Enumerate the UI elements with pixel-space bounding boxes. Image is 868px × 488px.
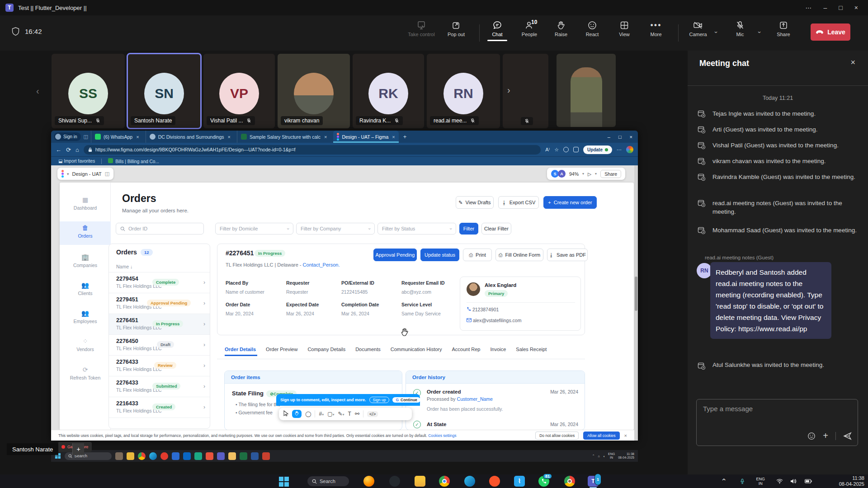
sidebar-item-orders[interactable]: 🗑Orders: [60, 224, 111, 239]
new-tab-icon[interactable]: +: [401, 133, 409, 140]
url-field[interactable]: https://www.figma.com/design/9BKQ0FOHRWa…: [84, 145, 541, 155]
window-close-icon[interactable]: ×: [854, 4, 858, 11]
create-new-order-button[interactable]: + Create new order: [543, 196, 597, 209]
excel-icon[interactable]: [240, 452, 247, 460]
order-row[interactable]: 2276433TL Flex Holdings LLC Review›: [109, 355, 210, 376]
row-chevron-icon[interactable]: ›: [203, 321, 205, 327]
contact-phone[interactable]: 2123874901: [467, 307, 499, 312]
sidebar-item-companies[interactable]: 🏢Companies: [60, 253, 111, 268]
row-chevron-icon[interactable]: ›: [203, 383, 205, 389]
order-id-search-input[interactable]: Order ID: [116, 223, 204, 235]
tab-close-icon[interactable]: ×: [228, 134, 231, 140]
people-button[interactable]: 10 People: [515, 21, 544, 37]
filmstrip-next-icon[interactable]: ›: [507, 85, 510, 95]
home-icon[interactable]: ⌂: [75, 146, 79, 153]
row-chevron-icon[interactable]: ›: [203, 362, 205, 369]
save-as-pdf-button[interactable]: ⭳ Save as PDF: [547, 249, 588, 261]
favorite-star-icon[interactable]: ☆: [554, 147, 559, 153]
taskbar-search[interactable]: Search: [307, 476, 349, 486]
window-more-icon[interactable]: ⋯: [806, 4, 812, 11]
actions-tool-icon[interactable]: ⚯: [355, 411, 359, 417]
filmstrip-prev-icon[interactable]: ‹: [36, 86, 39, 96]
emoji-icon[interactable]: [807, 432, 816, 440]
zoom-level[interactable]: 94%: [569, 171, 579, 177]
tab-close-icon[interactable]: ×: [136, 134, 139, 140]
sidebar-item-vendors[interactable]: ⁘Vendors: [60, 338, 111, 352]
send-icon[interactable]: [843, 432, 852, 440]
extension-icon[interactable]: [573, 147, 579, 152]
tray-chevron-icon[interactable]: ⌃: [592, 454, 595, 458]
pdf-icon[interactable]: [262, 452, 270, 460]
view-drafts-button[interactable]: ✎ View Drafts: [456, 196, 494, 209]
edge-icon[interactable]: [149, 452, 157, 460]
edge-profile-icon[interactable]: [626, 146, 633, 153]
view-button[interactable]: View: [610, 21, 639, 37]
tab-sales-receipt[interactable]: Sales Receipt: [516, 347, 547, 352]
present-chevron-icon[interactable]: ▾: [595, 172, 597, 176]
participant-tile[interactable]: RN read.ai mee...: [427, 54, 500, 128]
read-aloud-icon[interactable]: A⁾: [545, 147, 550, 153]
app-icon[interactable]: [160, 452, 168, 460]
cookie-settings-link[interactable]: Cookies settings: [428, 433, 456, 438]
whatsapp-icon[interactable]: 81: [538, 476, 549, 487]
import-favorites-link[interactable]: ⬓ Import favorites: [58, 159, 95, 164]
text-tool-icon[interactable]: T: [348, 411, 351, 417]
row-chevron-icon[interactable]: ›: [203, 342, 205, 348]
participant-tile-video[interactable]: vikram chavan: [278, 54, 350, 128]
app-icon[interactable]: [115, 452, 123, 460]
row-chevron-icon[interactable]: ›: [203, 404, 205, 410]
column-header-name[interactable]: Name ↓: [116, 264, 132, 269]
order-row-selected[interactable]: 2276451TL Flex Holdings LLC In Progress›: [109, 314, 210, 334]
app-icon[interactable]: [172, 452, 179, 460]
deny-cookies-button[interactable]: Do not allow cookies: [535, 432, 579, 440]
tab-order-preview[interactable]: Order Preview: [266, 347, 297, 352]
order-row[interactable]: 2279454TL Flex Holdings LLC Complete›: [109, 272, 210, 293]
language-indicator[interactable]: ENGIN: [756, 474, 765, 488]
approval-pending-button[interactable]: Approval Pending: [373, 249, 417, 261]
order-row[interactable]: 2276433TL Flex Holdings LLC Submitted›: [109, 376, 210, 397]
tab-invoice[interactable]: Invoice: [490, 347, 506, 352]
browser-maximize-icon[interactable]: □: [618, 134, 622, 140]
chat-button[interactable]: Chat: [483, 21, 512, 37]
figma-share-button[interactable]: Share: [600, 170, 621, 178]
tab-communication-history[interactable]: Communication History: [391, 347, 442, 352]
browser-settings-icon[interactable]: ⋯: [617, 147, 622, 153]
edge-icon[interactable]: [464, 476, 475, 487]
tray-volume-icon[interactable]: ◖: [603, 455, 605, 458]
figma-view-pill[interactable]: S A 94% ▾ ▷ ▾ Share: [547, 168, 625, 180]
language-indicator[interactable]: ENGIN: [608, 452, 615, 460]
sidebar-item-clients[interactable]: 👥Clients: [60, 282, 111, 296]
camera-button[interactable]: Camera: [684, 21, 712, 37]
google-continue-button[interactable]: GContinue: [392, 397, 420, 403]
clock[interactable]: 11:3808-04-2025: [618, 452, 634, 460]
browser-profile-button[interactable]: Sign in: [54, 132, 81, 141]
desktop-search-field[interactable]: Search: [65, 452, 112, 460]
collections-icon[interactable]: [563, 147, 569, 152]
sidebar-item-refresh-token[interactable]: ⟳Refresh Token: [60, 366, 111, 380]
chat-input[interactable]: Type a message +: [696, 399, 858, 446]
window-maximize-icon[interactable]: □: [839, 4, 842, 11]
browser-workspaces-icon[interactable]: ◫: [84, 134, 88, 140]
figma-file-pill[interactable]: ▾ Design - UAT ◫: [57, 168, 113, 180]
chrome-profile-icon[interactable]: [564, 476, 575, 487]
more-button[interactable]: ••• More: [642, 21, 670, 37]
app-icon[interactable]: [206, 452, 213, 460]
refresh-icon[interactable]: ⟳: [66, 146, 71, 153]
camera-options-chevron-icon[interactable]: ›: [713, 31, 720, 33]
filter-company-select[interactable]: Filter by Company›: [296, 223, 375, 235]
tab-close-icon[interactable]: ×: [392, 134, 395, 140]
tab-close-icon[interactable]: ×: [324, 134, 327, 140]
taskbar-clock[interactable]: 11:3808-04-2025: [839, 475, 864, 487]
wifi-icon[interactable]: [776, 474, 783, 488]
participant-tile[interactable]: RK Ravindra K...: [353, 54, 424, 128]
customer-name-link[interactable]: Customer_Name: [457, 396, 493, 402]
order-row[interactable]: 2279451TL Flex Holdings LLC Approval Pen…: [109, 293, 210, 314]
participant-tile-video[interactable]: [557, 54, 616, 127]
row-chevron-icon[interactable]: ›: [203, 300, 205, 306]
mic-button[interactable]: Mic: [726, 21, 755, 37]
back-icon[interactable]: ←: [56, 146, 61, 153]
raise-hand-button[interactable]: Raise: [547, 21, 576, 37]
tray-network-icon[interactable]: ⌂: [598, 455, 600, 458]
pop-out-button[interactable]: Pop out: [442, 21, 471, 37]
shape-tool-icon[interactable]: ▢▾: [327, 411, 334, 417]
